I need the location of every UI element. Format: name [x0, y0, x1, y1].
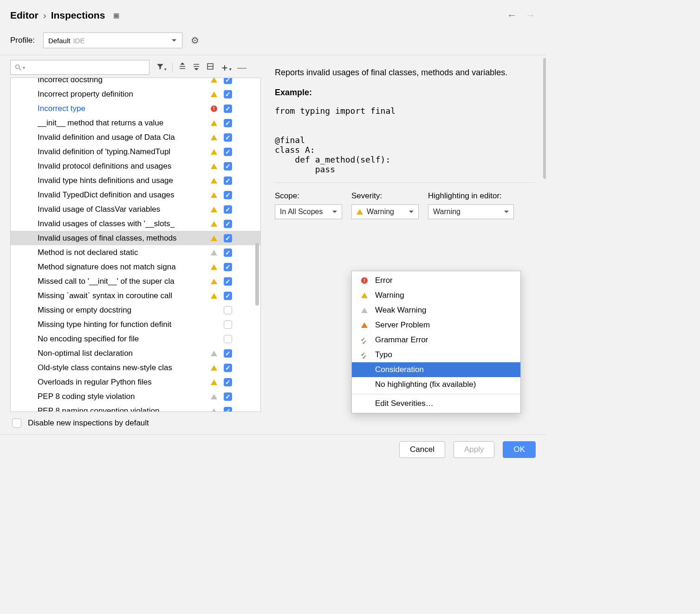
scope-select[interactable]: In All Scopes: [275, 204, 342, 219]
tree-row[interactable]: Incorrect docstring: [11, 78, 260, 87]
remove-icon[interactable]: —: [237, 62, 246, 73]
popup-item[interactable]: Weak Warning: [352, 303, 520, 318]
search-drop-icon[interactable]: ▾: [23, 65, 25, 70]
inspection-checkbox[interactable]: [224, 119, 232, 127]
inspections-tree[interactable]: Incorrect docstringIncorrect property de…: [10, 78, 261, 412]
inspection-checkbox[interactable]: [224, 306, 232, 314]
profile-value: Default: [48, 37, 71, 45]
inspection-checkbox[interactable]: [224, 364, 232, 372]
severity-select[interactable]: Warning: [351, 204, 419, 219]
tree-row[interactable]: Incorrect property definition: [11, 87, 260, 101]
tree-row[interactable]: Invalid protocol definitions and usages: [11, 159, 260, 173]
breadcrumb-editor[interactable]: Editor: [10, 10, 39, 21]
tree-row[interactable]: Invalid TypedDict definition and usages: [11, 188, 260, 202]
popup-item[interactable]: Error: [352, 273, 520, 288]
inspection-checkbox[interactable]: [224, 205, 232, 214]
inspection-checkbox[interactable]: [224, 392, 232, 401]
severity-popup[interactable]: ErrorWarningWeak WarningServer ProblemGr…: [351, 271, 521, 413]
profile-row: Profile: Default IDE ⚙: [0, 26, 546, 55]
nav-arrows: ← →: [507, 9, 536, 21]
svg-point-0: [16, 65, 19, 69]
tree-row[interactable]: Invalid definition of 'typing.NamedTupl: [11, 144, 260, 159]
detail-scrollbar[interactable]: [543, 58, 546, 179]
disable-checkbox[interactable]: [12, 418, 21, 428]
ok-button[interactable]: OK: [503, 441, 536, 458]
tree-row[interactable]: Method is not declared static: [11, 245, 260, 260]
popup-item[interactable]: Grammar Error: [352, 333, 520, 347]
tree-row[interactable]: PEP 8 coding style violation: [11, 389, 260, 404]
warning-icon: [211, 135, 217, 140]
back-arrow-icon[interactable]: ←: [507, 9, 517, 21]
tree-row[interactable]: Non-optimal list declaration: [11, 346, 260, 360]
inspection-label: Missed call to '__init__' of the super c…: [38, 277, 207, 286]
inspection-checkbox[interactable]: [224, 248, 232, 257]
popup-item[interactable]: No highlighting (fix available): [352, 377, 520, 392]
tree-row[interactable]: Invalid usages of final classes, methods: [11, 231, 260, 245]
popup-item[interactable]: Typo: [352, 347, 520, 362]
collapse-all-icon[interactable]: [192, 62, 201, 73]
inspection-checkbox[interactable]: [224, 191, 232, 199]
warning-icon: [211, 264, 217, 270]
inspection-label: Missing or empty docstring: [38, 306, 207, 315]
inspection-checkbox[interactable]: [224, 176, 232, 185]
popup-item[interactable]: Consideration: [352, 362, 520, 377]
inspection-checkbox[interactable]: [224, 378, 232, 386]
tree-row[interactable]: PEP 8 naming convention violation: [11, 404, 260, 412]
tree-row[interactable]: __init__ method that returns a value: [11, 116, 260, 130]
inspection-checkbox[interactable]: [224, 90, 232, 98]
warning-icon: [211, 293, 217, 299]
add-icon[interactable]: ＋▾: [220, 61, 232, 74]
popup-item[interactable]: Server Problem: [352, 318, 520, 333]
apply-button[interactable]: Apply: [454, 441, 495, 458]
inspection-checkbox[interactable]: [224, 320, 232, 329]
tree-row[interactable]: No encoding specified for file: [11, 332, 260, 346]
tree-row[interactable]: Missing or empty docstring: [11, 303, 260, 317]
breadcrumb-inspections[interactable]: Inspections: [51, 10, 105, 21]
inspection-checkbox[interactable]: [224, 234, 232, 242]
example-code: from typing import final @final class A:…: [275, 106, 537, 174]
gear-icon[interactable]: ⚙: [191, 35, 199, 46]
inspection-checkbox[interactable]: [224, 133, 232, 142]
reset-icon[interactable]: [206, 62, 214, 73]
filter-icon[interactable]: ▾: [156, 62, 167, 73]
tree-row[interactable]: Invalid type hints definitions and usage: [11, 173, 260, 188]
inspection-checkbox[interactable]: [224, 335, 232, 343]
tree-row[interactable]: Invalid usage of ClassVar variables: [11, 202, 260, 216]
edit-severities[interactable]: Edit Severities…: [352, 396, 520, 411]
show-separate-icon[interactable]: ▣: [113, 12, 119, 19]
scrollbar[interactable]: [255, 243, 259, 306]
inspection-checkbox[interactable]: [224, 277, 232, 286]
breadcrumb[interactable]: Editor › Inspections ▣: [10, 10, 119, 21]
highlight-select[interactable]: Warning: [428, 204, 514, 219]
inspection-checkbox[interactable]: [224, 263, 232, 271]
tree-row[interactable]: Missed call to '__init__' of the super c…: [11, 274, 260, 288]
inspection-checkbox[interactable]: [224, 220, 232, 228]
disable-row[interactable]: Disable new inspections by default: [10, 412, 261, 434]
tree-row[interactable]: Method signature does not match signa: [11, 260, 260, 274]
inspection-label: Invalid definition of 'typing.NamedTupl: [38, 147, 207, 157]
tree-row[interactable]: Invalid usages of classes with '__slots_: [11, 216, 260, 231]
inspection-label: Old-style class contains new-style clas: [38, 363, 207, 372]
search-input[interactable]: ▾: [10, 60, 149, 75]
expand-all-icon[interactable]: [178, 62, 187, 73]
inspection-checkbox[interactable]: [224, 349, 232, 358]
inspection-checkbox[interactable]: [224, 292, 232, 300]
warning-icon: [211, 192, 217, 198]
popup-item[interactable]: Warning: [352, 288, 520, 303]
tree-row[interactable]: Overloads in regular Python files: [11, 375, 260, 389]
inspection-label: Method signature does not match signa: [38, 262, 207, 272]
profile-select[interactable]: Default IDE: [43, 33, 182, 48]
tree-row[interactable]: Old-style class contains new-style clas: [11, 360, 260, 375]
inspection-checkbox[interactable]: [224, 78, 232, 84]
tree-row[interactable]: Invalid definition and usage of Data Cla: [11, 130, 260, 144]
tree-row[interactable]: Incorrect type: [11, 101, 260, 116]
tree-row[interactable]: Missing type hinting for function defini…: [11, 317, 260, 332]
cancel-button[interactable]: Cancel: [399, 441, 445, 458]
disable-label: Disable new inspections by default: [28, 418, 149, 428]
inspection-checkbox[interactable]: [224, 148, 232, 156]
inspection-checkbox[interactable]: [224, 105, 232, 113]
warning-icon: [211, 78, 217, 83]
inspection-checkbox[interactable]: [224, 407, 232, 412]
inspection-checkbox[interactable]: [224, 162, 232, 170]
tree-row[interactable]: Missing `await` syntax in coroutine call: [11, 288, 260, 303]
